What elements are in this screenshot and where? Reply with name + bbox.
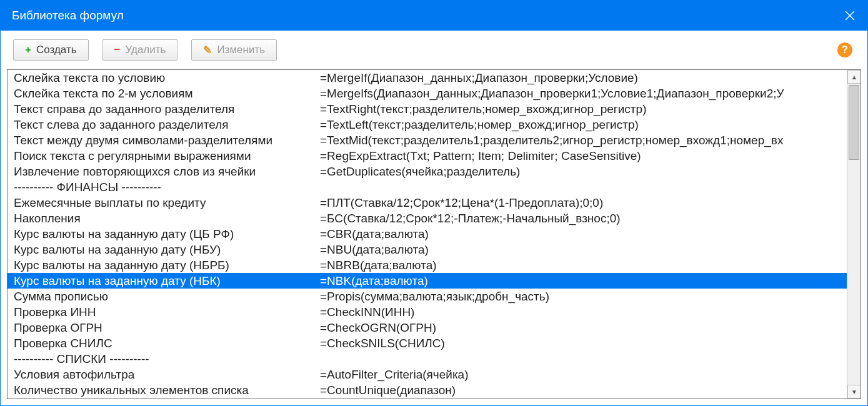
edit-button[interactable]: ✎ Изменить [191,39,277,61]
list-row[interactable]: Сумма прописью=Propis(сумма;валюта;язык;… [7,289,847,304]
plus-icon: + [25,44,31,56]
row-formula: =MergeIfs(Диапазон_данных;Диапазон_прове… [320,86,847,101]
row-formula: =ПЛТ(Ставка/12;Срок*12;Цена*(1-Предоплат… [320,195,847,210]
row-formula [320,179,847,195]
row-formula: =TextRight(текст;разделитель;номер_вхожд… [320,101,847,117]
row-formula: =Propis(сумма;валюта;язык;дробн_часть) [320,289,847,304]
list-row[interactable]: Ежемесячные выплаты по кредиту=ПЛТ(Ставк… [7,195,847,210]
row-name: Проверка ОГРН [7,320,320,335]
titlebar: Библиотека формул [1,1,867,31]
list-row[interactable]: Курс валюты на заданную дату (НБК)=NBK(д… [7,273,847,289]
vertical-scrollbar[interactable]: ▲ ▼ [847,70,861,399]
row-formula: =CheckOGRN(ОГРН) [320,320,847,335]
window-title: Библиотека формул [12,9,124,22]
row-formula: =MergeIf(Диапазон_данных;Диапазон_провер… [320,70,847,86]
row-formula: =NBK(дата;валюта) [320,273,847,289]
list-row[interactable]: Количество уникальных элементов списка=C… [7,382,847,398]
delete-button-label: Удалить [125,44,166,56]
row-name: Проверка СНИЛС [7,335,320,351]
row-name: Накопления [7,210,320,226]
row-formula: =CheckINN(ИНН) [320,304,847,320]
edit-button-label: Изменить [217,44,265,56]
list-row[interactable]: Текст между двумя символами-разделителям… [7,132,847,148]
row-name: Курс валюты на заданную дату (НБРБ) [7,257,320,273]
list-row[interactable]: Текст слева до заданного разделителя=Tex… [7,117,847,132]
create-button[interactable]: + Создать [13,39,89,61]
list-row[interactable]: Курс валюты на заданную дату (НБУ)=NBU(д… [7,242,847,257]
row-name: Количество уникальных элементов списка [7,382,320,398]
formula-list-body[interactable]: Склейка текста по условию=MergeIf(Диапаз… [7,70,847,399]
row-name: Курс валюты на заданную дату (ЦБ РФ) [7,226,320,242]
list-row[interactable]: Накопления=БС(Ставка/12;Срок*12;-Платеж;… [7,210,847,226]
list-row[interactable]: Проверка ОГРН=CheckOGRN(ОГРН) [7,320,847,335]
row-name: Условия автофильтра [7,367,320,382]
list-row[interactable]: Текст справа до заданного разделителя=Te… [7,101,847,117]
row-formula: =NBRB(дата;валюта) [320,257,847,273]
list-row[interactable]: Курс валюты на заданную дату (НБРБ)=NBRB… [7,257,847,273]
row-formula: =TextLeft(текст;разделитель;номер_вхожд;… [320,117,847,132]
toolbar: + Создать − Удалить ✎ Изменить ? [1,31,867,69]
list-row[interactable]: Курс валюты на заданную дату (ЦБ РФ)=CBR… [7,226,847,242]
row-formula: =NBU(дата;валюта) [320,242,847,257]
row-formula: =AutoFilter_Criteria(ячейка) [320,367,847,382]
formula-list: Склейка текста по условию=MergeIf(Диапаз… [7,69,861,399]
scroll-down-button[interactable]: ▼ [847,385,861,399]
row-name: Курс валюты на заданную дату (НБК) [7,273,320,289]
row-formula: =RegExpExtract(Txt; Pattern; Item; Delim… [320,148,847,164]
create-button-label: Создать [36,44,77,56]
row-name: Склейка текста по условию [7,70,320,86]
row-name: Текст справа до заданного разделителя [7,101,320,117]
list-row[interactable]: ---------- СПИСКИ ---------- [7,351,847,367]
row-name: Курс валюты на заданную дату (НБУ) [7,242,320,257]
list-row[interactable]: Склейка текста по 2-м условиям=MergeIfs(… [7,86,847,101]
list-row[interactable]: ---------- ФИНАНСЫ ---------- [7,179,847,195]
row-formula: =CheckSNILS(СНИЛС) [320,335,847,351]
row-formula: =TextMid(текст;разделитель1;разделитель2… [320,132,847,148]
row-formula: =CountUnique(диапазон) [320,382,847,398]
row-name: Извлечение повторяющихся слов из ячейки [7,164,320,179]
row-name: Ежемесячные выплаты по кредиту [7,195,320,210]
row-name: Проверка ИНН [7,304,320,320]
minus-icon: − [114,44,121,56]
list-row[interactable]: Условия автофильтра=AutoFilter_Criteria(… [7,367,847,382]
delete-button[interactable]: − Удалить [102,39,178,61]
row-formula: =БС(Ставка/12;Срок*12;-Платеж;-Начальный… [320,210,847,226]
triangle-up-icon: ▲ [851,74,857,81]
row-name: Сумма прописью [7,289,320,304]
close-button[interactable] [832,1,867,31]
pencil-icon: ✎ [203,44,212,57]
row-name: ---------- ФИНАНСЫ ---------- [7,179,320,195]
question-icon: ? [842,44,848,56]
scroll-up-button[interactable]: ▲ [847,70,861,84]
list-row[interactable]: Извлечение повторяющихся слов из ячейки=… [7,164,847,179]
dialog-window: Библиотека формул + Создать − Удалить ✎ … [0,0,868,406]
row-name: Текст между двумя символами-разделителям… [7,132,320,148]
row-name: Склейка текста по 2-м условиям [7,86,320,101]
triangle-down-icon: ▼ [851,389,857,395]
row-formula: =CBR(дата;валюта) [320,226,847,242]
row-formula [320,351,847,367]
list-row[interactable]: Поиск текста с регулярными выражениями=R… [7,148,847,164]
help-button[interactable]: ? [837,42,852,57]
row-name: ---------- СПИСКИ ---------- [7,351,320,367]
close-icon [845,11,855,21]
row-formula: =GetDuplicates(ячейка;разделитель) [320,164,847,179]
row-name: Поиск текста с регулярными выражениями [7,148,320,164]
scroll-thumb[interactable] [849,85,859,160]
list-row[interactable]: Проверка СНИЛС=CheckSNILS(СНИЛС) [7,335,847,351]
list-row[interactable]: Склейка текста по условию=MergeIf(Диапаз… [7,70,847,86]
row-name: Текст слева до заданного разделителя [7,117,320,132]
list-row[interactable]: Проверка ИНН=CheckINN(ИНН) [7,304,847,320]
